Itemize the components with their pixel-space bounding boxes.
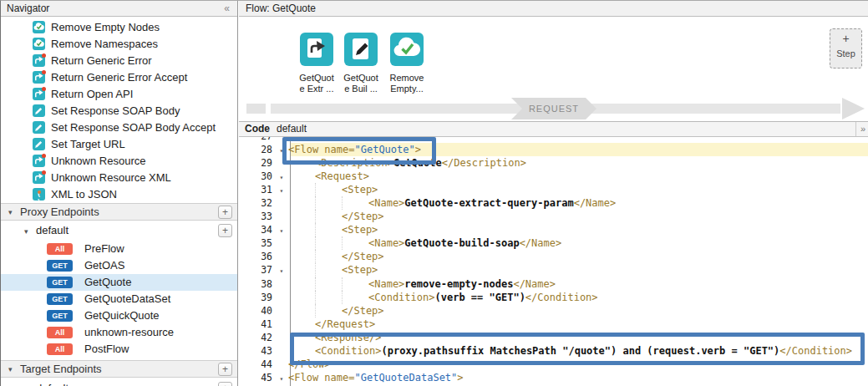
arrow-dot-icon — [33, 171, 45, 184]
policy-item[interactable]: Return Generic Error Accept — [1, 69, 237, 86]
line-number: 41 — [239, 317, 275, 331]
code-text: </Step> — [288, 211, 384, 222]
policy-item[interactable]: Set Response SOAP Body Accept — [1, 119, 237, 136]
proxy-default-group[interactable]: ▾ default + — [1, 221, 237, 240]
line-number: 30 — [239, 170, 275, 183]
line-number: 42 — [239, 331, 275, 344]
flow-step-label: GetQuote Extr ... — [293, 73, 340, 94]
code-line-33[interactable]: 33</Step> — [239, 210, 868, 223]
plus-icon: + — [830, 29, 861, 48]
method-badge: GET — [47, 260, 73, 272]
method-badge: GET — [47, 277, 73, 288]
endpoint-label: unknown-resource — [84, 324, 174, 341]
code-line-38[interactable]: 38<Name>remove-empty-nodes</Name> — [239, 277, 868, 291]
code-text: </Step> — [288, 251, 384, 262]
navigator-header: Navigator « — [1, 1, 237, 17]
flow-detail-panel: Flow: GetQuote GetQuote Extr ...GetQuote… — [239, 1, 868, 386]
policy-item[interactable]: Unknown Resource XML — [1, 170, 237, 186]
endpoint-label: GetQuote — [84, 274, 131, 291]
code-tab-default[interactable]: default — [277, 122, 307, 136]
code-label: Code — [245, 122, 270, 136]
policy-item[interactable]: Set Target URL — [1, 136, 237, 153]
toolbar-overflow-icon[interactable]: » — [855, 122, 865, 136]
code-text: <Step> — [288, 264, 378, 276]
endpoint-label: PreFlow — [84, 241, 124, 257]
code-editor[interactable]: 27</Flow>28▾<Flow name="GetQuote">29<Des… — [239, 137, 868, 386]
code-line-41[interactable]: 41</Request> — [239, 317, 868, 331]
line-number: 37 — [239, 263, 275, 277]
endpoint-item[interactable]: GETGetOAS — [1, 257, 237, 274]
flow-step-doc-arrow-icon[interactable] — [300, 33, 333, 66]
line-number: 27 — [239, 137, 275, 143]
endpoint-label: GetQuoteDataSet — [84, 291, 170, 307]
policy-label: Return Open API — [51, 86, 133, 103]
code-line-34[interactable]: 34▾<Step> — [239, 223, 868, 236]
flow-step-doc-pencil-icon[interactable] — [344, 33, 378, 66]
code-line-37[interactable]: 37▾<Step> — [239, 263, 868, 277]
code-text: <Name>GetQuote-build-soap</Name> — [288, 237, 561, 249]
highlight-box-flow-name — [282, 137, 436, 165]
code-text: <Name>GetQuote-extract-query-param</Name… — [288, 197, 616, 209]
chevron-down-icon[interactable]: ▾ — [8, 361, 13, 378]
add-flow-button[interactable]: + — [218, 382, 232, 386]
endpoint-item[interactable]: GETGetQuickQuote — [1, 307, 237, 324]
code-line-39[interactable]: 39<Condition>(verb == "GET")</Condition> — [239, 291, 868, 304]
add-proxy-endpoint-button[interactable]: + — [218, 206, 232, 219]
policy-item[interactable]: Remove Namespaces — [1, 36, 237, 53]
arrow-dot-icon — [33, 88, 45, 100]
line-number: 45 — [239, 371, 275, 384]
add-target-endpoint-button[interactable]: + — [218, 363, 232, 376]
proxy-endpoints-section[interactable]: ▾ Proxy Endpoints + — [1, 203, 237, 221]
add-step-button[interactable]: + Step — [830, 28, 862, 69]
line-number: 32 — [239, 196, 275, 210]
chevron-down-icon[interactable]: ▾ — [24, 222, 28, 241]
policy-item[interactable]: Unknown Resource — [1, 153, 237, 170]
policy-item[interactable]: Return Open API — [1, 86, 237, 103]
endpoint-item[interactable]: GETGetQuoteDataSet — [1, 291, 237, 307]
code-text: </Request> — [288, 318, 375, 330]
endpoint-item[interactable]: AllPreFlow — [1, 241, 237, 257]
code-line-32[interactable]: 32<Name>GetQuote-extract-query-param</Na… — [239, 196, 868, 210]
code-line-30[interactable]: 30▾<Request> — [239, 170, 868, 183]
chevron-down-icon[interactable]: ▾ — [8, 204, 13, 221]
target-endpoints-label: Target Endpoints — [20, 361, 102, 378]
endpoint-item[interactable]: GETGetQuote — [1, 274, 237, 291]
arrow-dot-icon — [33, 155, 45, 167]
flow-step-cloud-check-icon[interactable] — [390, 33, 424, 66]
request-band-label: REQUEST — [511, 98, 596, 119]
navigator-title: Navigator — [7, 3, 49, 14]
code-line-40[interactable]: 40</Step> — [239, 304, 868, 317]
line-number: 40 — [239, 304, 275, 317]
code-text: <Flow name="GetQuoteDataSet"> — [288, 372, 464, 383]
policy-item[interactable]: Set Response SOAP Body — [1, 103, 237, 119]
add-flow-button[interactable]: + — [218, 224, 232, 237]
code-line-35[interactable]: 35<Name>GetQuote-build-soap</Name> — [239, 236, 868, 250]
policy-label: Return Generic Error Accept — [51, 69, 187, 86]
code-line-31[interactable]: 31▾<Step> — [239, 183, 868, 196]
pencil-icon — [33, 121, 45, 134]
pencil-icon — [33, 104, 45, 117]
proxy-default-label: default — [36, 221, 69, 240]
policy-item[interactable]: Return Generic Error — [1, 53, 237, 69]
endpoint-item[interactable]: Allunknown-resource — [1, 324, 237, 341]
code-text: <Condition>(verb == "GET")</Condition> — [288, 292, 598, 303]
endpoint-label: GetQuickQuote — [84, 307, 160, 324]
policy-label: Set Response SOAP Body — [51, 103, 180, 119]
collapse-sidebar-button[interactable]: « — [224, 1, 230, 16]
method-badge: All — [47, 327, 73, 338]
policy-label: Set Target URL — [51, 136, 125, 153]
braces-dot-icon: ( ) — [33, 188, 45, 201]
code-text: <Step> — [288, 184, 378, 196]
endpoint-item[interactable]: AllPostFlow — [1, 341, 237, 358]
line-number: 38 — [239, 277, 275, 291]
target-default-group[interactable]: ▾ default + — [1, 379, 237, 386]
chevron-down-icon[interactable]: ▾ — [24, 380, 28, 386]
line-number: 43 — [239, 344, 275, 358]
policy-item[interactable]: Remove Empty Nodes — [1, 19, 237, 36]
line-number: 44 — [239, 358, 275, 371]
code-line-36[interactable]: 36</Step> — [239, 250, 868, 263]
policy-item[interactable]: ( )XML to JSON — [1, 186, 237, 203]
code-text: <Request> — [288, 170, 369, 182]
code-line-45[interactable]: 45▾<Flow name="GetQuoteDataSet"> — [239, 371, 868, 384]
target-endpoints-section[interactable]: ▾ Target Endpoints + — [1, 360, 237, 378]
